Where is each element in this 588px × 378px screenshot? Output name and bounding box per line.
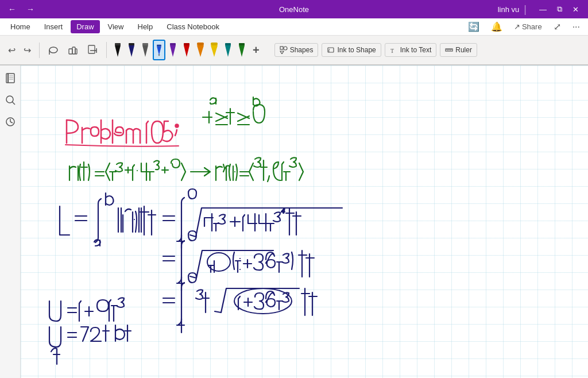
svg-marker-17 — [170, 45, 176, 57]
window-controls: — ⧉ ✕ — [535, 3, 583, 15]
menu-class-notebook[interactable]: Class Notebook — [161, 20, 225, 33]
pen-blue[interactable] — [153, 40, 165, 60]
ink-to-shape-icon — [327, 46, 335, 54]
pen-gray[interactable] — [139, 40, 152, 60]
ruler-button[interactable]: Ruler — [440, 43, 477, 57]
menu-help[interactable]: Help — [132, 20, 159, 33]
svg-rect-5 — [88, 45, 95, 53]
svg-marker-12 — [142, 45, 148, 57]
minimize-button[interactable]: — — [535, 4, 551, 15]
app-title: OneNote — [279, 5, 309, 14]
svg-point-0 — [49, 47, 57, 53]
pen-purple[interactable] — [167, 40, 179, 60]
svg-rect-29 — [280, 47, 283, 49]
titlebar-left: ← → — [5, 3, 38, 15]
selection-group — [44, 42, 107, 58]
ruler-icon — [445, 46, 453, 54]
more-options-button[interactable]: ··· — [569, 20, 583, 34]
search-icon — [5, 94, 16, 106]
svg-marker-10 — [129, 45, 134, 57]
svg-line-49 — [10, 122, 13, 123]
main-area: 4 — [0, 65, 588, 378]
svg-rect-2 — [69, 49, 72, 54]
ink-to-shape-label: Ink to Shape — [337, 46, 376, 54]
svg-rect-24 — [211, 43, 218, 45]
redo-button[interactable]: ↪ — [20, 43, 34, 58]
svg-rect-11 — [129, 43, 134, 45]
share-icon: ↗ — [514, 22, 520, 31]
ink-to-text-label: Ink to Text — [400, 46, 431, 54]
pens-group: + — [111, 40, 268, 60]
bell-button[interactable]: 🔔 — [488, 19, 506, 34]
svg-marker-25 — [225, 45, 231, 57]
pen-orange[interactable] — [194, 40, 207, 60]
svg-marker-14 — [157, 47, 161, 56]
ink-to-text-button[interactable]: T Ink to Text — [385, 43, 436, 57]
menu-view[interactable]: View — [102, 20, 130, 33]
shapes-icon — [280, 46, 288, 54]
canvas-area[interactable]: 4 — [21, 65, 588, 378]
undo-button[interactable]: ↩ — [5, 43, 19, 58]
svg-rect-18 — [170, 43, 176, 45]
svg-point-30 — [284, 47, 287, 50]
svg-marker-27 — [239, 45, 245, 57]
pen-black[interactable] — [111, 40, 124, 60]
undo-redo-group: ↩ ↪ — [5, 43, 40, 58]
clock-icon — [5, 116, 16, 128]
svg-point-50 — [176, 125, 179, 128]
menubar: Home Insert Draw View Help Class Noteboo… — [0, 18, 588, 36]
sidebar — [0, 65, 21, 378]
add-page-icon — [87, 44, 98, 56]
svg-rect-3 — [72, 47, 75, 54]
pan-icon — [67, 44, 79, 56]
notebooks-icon — [5, 72, 16, 84]
menu-home[interactable]: Home — [5, 20, 36, 33]
forward-button[interactable]: → — [23, 3, 38, 15]
expand-button[interactable]: ⤢ — [550, 19, 564, 34]
lasso-icon — [48, 44, 59, 56]
add-page-button[interactable] — [83, 42, 102, 58]
share-label: Share — [522, 22, 542, 31]
svg-text:T: T — [390, 48, 394, 54]
back-button[interactable]: ← — [5, 3, 20, 15]
shape-tools-group: Shapes Ink to Shape T Ink to Text — [274, 43, 477, 57]
sidebar-recent[interactable] — [2, 114, 18, 130]
ink-to-text-icon: T — [390, 46, 398, 54]
svg-rect-15 — [157, 45, 161, 47]
svg-rect-4 — [75, 49, 77, 54]
user-name: linh vu | — [498, 3, 527, 16]
svg-marker-31 — [280, 51, 284, 54]
pen-teal[interactable] — [222, 40, 234, 60]
titlebar: ← → OneNote linh vu | — ⧉ ✕ — [0, 0, 588, 18]
titlebar-right: linh vu | — ⧉ ✕ — [498, 3, 583, 16]
svg-marker-16 — [158, 55, 160, 56]
menu-draw[interactable]: Draw — [71, 20, 99, 33]
svg-rect-28 — [239, 43, 245, 45]
svg-rect-22 — [197, 43, 204, 45]
close-button[interactable]: ✕ — [568, 4, 583, 15]
restore-button[interactable]: ⧉ — [552, 3, 567, 15]
pen-darkblue[interactable] — [125, 40, 138, 60]
svg-marker-23 — [211, 45, 218, 57]
ruler-label: Ruler — [455, 46, 472, 54]
lasso-button[interactable] — [44, 42, 63, 58]
pen-yellow[interactable] — [208, 40, 220, 60]
svg-rect-13 — [142, 43, 148, 45]
svg-marker-19 — [184, 45, 189, 57]
svg-rect-26 — [225, 43, 231, 45]
pen-green[interactable] — [235, 40, 248, 60]
sidebar-search[interactable] — [2, 92, 18, 108]
share-button[interactable]: ↗ Share — [510, 20, 546, 33]
svg-line-46 — [12, 102, 15, 105]
sync-button[interactable]: 🔄 — [465, 19, 483, 34]
sidebar-notebooks[interactable] — [2, 70, 18, 86]
svg-text:4: 4 — [281, 207, 285, 214]
menu-insert[interactable]: Insert — [38, 20, 69, 33]
ink-to-shape-button[interactable]: Ink to Shape — [322, 43, 381, 57]
pan-button[interactable] — [64, 42, 82, 58]
add-pen-button[interactable]: + — [249, 41, 263, 59]
shapes-button[interactable]: Shapes — [274, 43, 319, 57]
svg-rect-9 — [115, 43, 121, 45]
pen-red[interactable] — [180, 40, 193, 60]
toolbar: ↩ ↪ — [0, 36, 588, 65]
